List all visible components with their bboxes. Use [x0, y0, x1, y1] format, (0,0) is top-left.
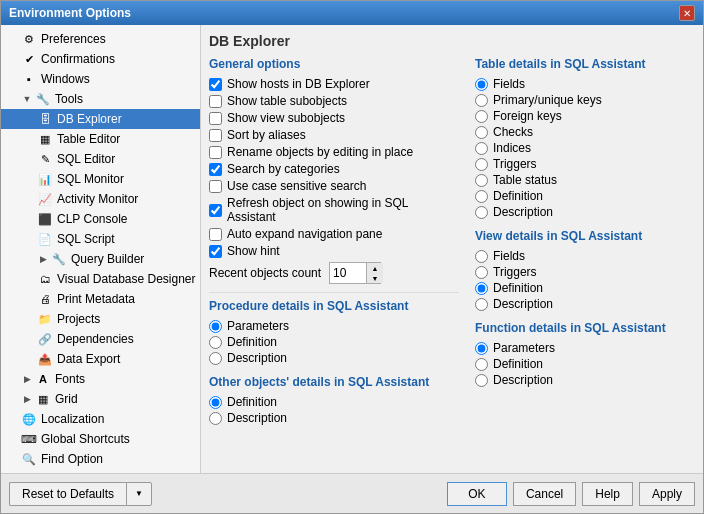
reset-button[interactable]: Reset to Defaults: [9, 482, 126, 506]
right-panel: DB Explorer General options Show hosts i…: [201, 25, 703, 473]
checkbox-show-table-sub-input[interactable]: [209, 95, 222, 108]
expand-query-builder-icon: ▶: [37, 253, 49, 265]
spin-up-button[interactable]: ▲: [367, 263, 383, 273]
sidebar-item-sql-monitor[interactable]: 📊 SQL Monitor: [1, 169, 200, 189]
function-radio-description: Description: [475, 373, 695, 387]
table-radio-indices: Indices: [475, 141, 695, 155]
function-radio-group: Parameters Definition Description: [475, 341, 695, 387]
function-radio-parameters-input[interactable]: [475, 342, 488, 355]
checkbox-refresh-object-input[interactable]: [209, 204, 222, 217]
spinbox-buttons: ▲ ▼: [366, 263, 383, 283]
sidebar-item-db-explorer[interactable]: 🗄 DB Explorer: [1, 109, 200, 129]
activity-monitor-icon: 📈: [37, 191, 53, 207]
cancel-button[interactable]: Cancel: [513, 482, 576, 506]
checkbox-sort-aliases: Sort by aliases: [209, 128, 459, 142]
procedure-radio-parameters-input[interactable]: [209, 320, 222, 333]
expand-tools-icon: ▼: [21, 93, 33, 105]
clp-console-icon: ⬛: [37, 211, 53, 227]
view-radio-fields-input[interactable]: [475, 250, 488, 263]
table-radio-primary-input[interactable]: [475, 94, 488, 107]
sidebar-item-sql-editor[interactable]: ✎ SQL Editor: [1, 149, 200, 169]
recent-count-spinbox: 10 ▲ ▼: [329, 262, 381, 284]
close-button[interactable]: ✕: [679, 5, 695, 21]
table-radio-checks-input[interactable]: [475, 126, 488, 139]
data-export-icon: 📤: [37, 351, 53, 367]
bottom-bar: Reset to Defaults ▼ OK Cancel Help Apply: [1, 473, 703, 513]
sidebar-item-table-editor[interactable]: ▦ Table Editor: [1, 129, 200, 149]
checkbox-show-hosts-input[interactable]: [209, 78, 222, 91]
function-radio-description-input[interactable]: [475, 374, 488, 387]
recent-count-label: Recent objects count: [209, 266, 321, 280]
view-radio-triggers-input[interactable]: [475, 266, 488, 279]
table-radio-table-status-input[interactable]: [475, 174, 488, 187]
tools-icon: 🔧: [35, 91, 51, 107]
sidebar-item-visual-db[interactable]: 🗂 Visual Database Designer: [1, 269, 200, 289]
checkbox-show-hosts: Show hosts in DB Explorer: [209, 77, 459, 91]
checkbox-rename-objects-input[interactable]: [209, 146, 222, 159]
view-radio-description: Description: [475, 297, 695, 311]
sidebar-item-projects[interactable]: 📁 Projects: [1, 309, 200, 329]
sidebar-item-confirmations[interactable]: ✔ Confirmations: [1, 49, 200, 69]
table-editor-icon: ▦: [37, 131, 53, 147]
checkbox-show-table-sub: Show table subobjects: [209, 94, 459, 108]
other-radio-definition-input[interactable]: [209, 396, 222, 409]
sidebar-item-grid[interactable]: ▶ ▦ Grid: [1, 389, 200, 409]
sidebar-item-fonts[interactable]: ▶ A Fonts: [1, 369, 200, 389]
sidebar-item-clp-console[interactable]: ⬛ CLP Console: [1, 209, 200, 229]
table-radio-foreign-input[interactable]: [475, 110, 488, 123]
sidebar-item-sql-script[interactable]: 📄 SQL Script: [1, 229, 200, 249]
sidebar-item-preferences[interactable]: ⚙ Preferences: [1, 29, 200, 49]
sidebar-item-activity-monitor[interactable]: 📈 Activity Monitor: [1, 189, 200, 209]
divider-1: [209, 292, 459, 293]
checkbox-rename-objects: Rename objects by editing in place: [209, 145, 459, 159]
view-radio-description-input[interactable]: [475, 298, 488, 311]
sidebar-item-tools[interactable]: ▼ 🔧 Tools: [1, 89, 200, 109]
function-radio-definition-input[interactable]: [475, 358, 488, 371]
checkbox-case-sensitive-input[interactable]: [209, 180, 222, 193]
table-radio-description-input[interactable]: [475, 206, 488, 219]
sidebar-item-windows[interactable]: ▪ Windows: [1, 69, 200, 89]
sidebar-item-query-builder[interactable]: ▶ 🔧 Query Builder: [1, 249, 200, 269]
help-button[interactable]: Help: [582, 482, 633, 506]
sql-editor-icon: ✎: [37, 151, 53, 167]
visual-db-icon: 🗂: [37, 271, 53, 287]
recent-count-input[interactable]: 10: [330, 265, 366, 281]
other-objects-radio-group: Definition Description: [209, 395, 459, 425]
other-radio-description-input[interactable]: [209, 412, 222, 425]
sidebar: ⚙ Preferences ✔ Confirmations ▪ Windows …: [1, 25, 201, 473]
sidebar-item-global-shortcuts[interactable]: ⌨ Global Shortcuts: [1, 429, 200, 449]
checkbox-auto-expand-input[interactable]: [209, 228, 222, 241]
grid-icon: ▦: [35, 391, 51, 407]
table-radio-fields-input[interactable]: [475, 78, 488, 91]
sidebar-item-data-export[interactable]: 📤 Data Export: [1, 349, 200, 369]
checkbox-search-categories-input[interactable]: [209, 163, 222, 176]
procedure-radio-definition-input[interactable]: [209, 336, 222, 349]
sidebar-item-dependencies[interactable]: 🔗 Dependencies: [1, 329, 200, 349]
table-radio-triggers-input[interactable]: [475, 158, 488, 171]
general-options-title: General options: [209, 57, 459, 71]
procedure-radio-group: Parameters Definition Description: [209, 319, 459, 365]
table-radio-definition-input[interactable]: [475, 190, 488, 203]
sidebar-item-print-metadata[interactable]: 🖨 Print Metadata: [1, 289, 200, 309]
table-radio-indices-input[interactable]: [475, 142, 488, 155]
ok-button[interactable]: OK: [447, 482, 507, 506]
global-shortcuts-icon: ⌨: [21, 431, 37, 447]
sidebar-item-find-option[interactable]: 🔍 Find Option: [1, 449, 200, 469]
panel-title: DB Explorer: [209, 33, 695, 49]
spin-down-button[interactable]: ▼: [367, 273, 383, 283]
checkbox-sort-aliases-input[interactable]: [209, 129, 222, 142]
apply-button[interactable]: Apply: [639, 482, 695, 506]
checkbox-show-view-sub: Show view subobjects: [209, 111, 459, 125]
checkbox-refresh-object: Refresh object on showing in SQL Assista…: [209, 196, 459, 224]
function-radio-definition: Definition: [475, 357, 695, 371]
checkbox-show-view-sub-input[interactable]: [209, 112, 222, 125]
procedure-radio-description-input[interactable]: [209, 352, 222, 365]
checkbox-show-hint-input[interactable]: [209, 245, 222, 258]
view-radio-definition-input[interactable]: [475, 282, 488, 295]
sql-monitor-icon: 📊: [37, 171, 53, 187]
sidebar-item-localization[interactable]: 🌐 Localization: [1, 409, 200, 429]
reset-arrow-button[interactable]: ▼: [126, 482, 152, 506]
expand-fonts-icon: ▶: [21, 373, 33, 385]
checkbox-show-hint: Show hint: [209, 244, 459, 258]
environment-options-window: Environment Options ✕ ⚙ Preferences ✔ Co…: [0, 0, 704, 514]
